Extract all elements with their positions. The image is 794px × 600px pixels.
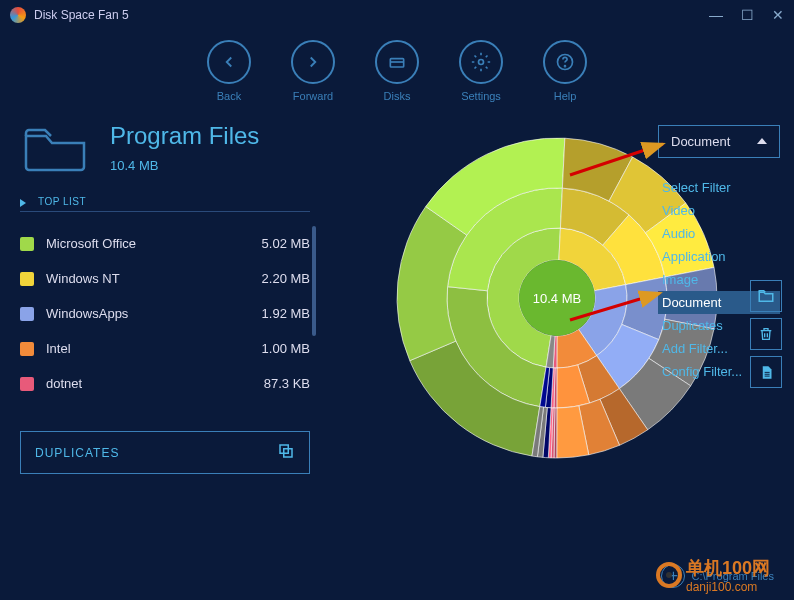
toolbar: Back Forward Disks Settings Help [0,30,794,122]
open-folder-button[interactable] [750,280,782,312]
color-swatch [20,272,34,286]
list-item-name: Windows NT [46,271,120,286]
folder-size: 10.4 MB [110,158,259,173]
breadcrumb: + C:\Program Files [661,564,774,588]
list-item-size: 87.3 KB [264,376,310,391]
settings-icon [459,40,503,84]
color-swatch [20,307,34,321]
list-item[interactable]: WindowsApps 1.92 MB [20,296,310,331]
chevron-up-icon [757,134,767,149]
page-title: Program Files [110,122,259,150]
add-breadcrumb-button[interactable]: + [661,564,685,588]
list-item-size: 5.02 MB [262,236,310,251]
filter-item[interactable]: Select Filter [658,176,780,199]
disks-icon [375,40,419,84]
list-item[interactable]: dotnet 87.3 KB [20,366,310,401]
svg-marker-8 [757,138,767,144]
list-item-size: 2.20 MB [262,271,310,286]
svg-rect-11 [764,375,769,376]
duplicates-button[interactable]: DUPLICATES [20,431,310,474]
minimize-button[interactable]: — [709,7,723,23]
back-button[interactable]: Back [207,40,251,102]
filter-dropdown-toggle[interactable]: Document [658,125,780,158]
svg-rect-0 [390,59,403,67]
svg-rect-10 [764,373,769,374]
titlebar: Disk Space Fan 5 — ☐ ✕ [0,0,794,30]
list-item-name: WindowsApps [46,306,128,321]
svg-rect-9 [764,371,769,372]
svg-point-2 [479,60,484,65]
top-list: Microsoft Office 5.02 MB Windows NT 2.20… [20,226,310,401]
list-item-size: 1.00 MB [262,341,310,356]
forward-icon [291,40,335,84]
toplist-heading: TOP LIST [20,196,310,212]
delete-button[interactable] [750,318,782,350]
close-button[interactable]: ✕ [772,7,784,23]
app-title: Disk Space Fan 5 [34,8,129,22]
list-item-name: Microsoft Office [46,236,136,251]
color-swatch [20,237,34,251]
list-item[interactable]: Windows NT 2.20 MB [20,261,310,296]
color-swatch [20,342,34,356]
chart-center-label: 10.4 MB [533,291,581,306]
file-button[interactable] [750,356,782,388]
disks-button[interactable]: Disks [375,40,419,102]
duplicates-icon [277,442,295,463]
filter-item[interactable]: Application [658,245,780,268]
list-item[interactable]: Microsoft Office 5.02 MB [20,226,310,261]
forward-button[interactable]: Forward [291,40,335,102]
list-item[interactable]: Intel 1.00 MB [20,331,310,366]
list-item-name: dotnet [46,376,82,391]
list-item-name: Intel [46,341,71,356]
list-item-size: 1.92 MB [262,306,310,321]
maximize-button[interactable]: ☐ [741,7,754,23]
color-swatch [20,377,34,391]
scrollbar[interactable] [312,226,316,336]
help-button[interactable]: Help [543,40,587,102]
back-icon [207,40,251,84]
svg-point-4 [565,66,566,67]
folder-header: Program Files 10.4 MB [20,122,310,176]
filter-item[interactable]: Video [658,199,780,222]
breadcrumb-path[interactable]: C:\Program Files [691,570,774,582]
app-logo [10,7,26,23]
filter-item[interactable]: Audio [658,222,780,245]
folder-icon [20,122,90,176]
help-icon [543,40,587,84]
settings-button[interactable]: Settings [459,40,503,102]
